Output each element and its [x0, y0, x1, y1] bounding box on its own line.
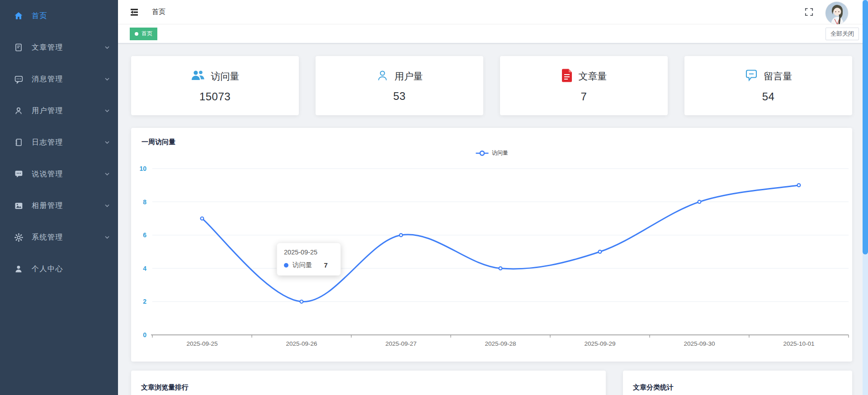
- panel-title: 文章分类统计: [633, 383, 843, 392]
- fold-icon: [129, 7, 139, 17]
- stat-value: 15073: [199, 90, 231, 103]
- sidebar-item-albums[interactable]: 相册管理: [0, 190, 118, 221]
- svg-text:10: 10: [139, 165, 146, 172]
- svg-text:2025-09-27: 2025-09-27: [385, 340, 416, 347]
- article-category-stats-panel: 文章分类统计: [623, 371, 852, 395]
- stat-value: 7: [581, 90, 587, 103]
- stat-label: 访问量: [211, 70, 240, 83]
- svg-text:2: 2: [143, 298, 146, 305]
- sidebar-item-label: 首页: [32, 11, 47, 21]
- stat-card-users[interactable]: 用户量 53: [316, 56, 483, 115]
- article-views-rank-panel: 文章浏览量排行: [131, 371, 606, 395]
- page-scrollbar-thumb[interactable]: [863, 0, 868, 254]
- sidebar-item-users[interactable]: 用户管理: [0, 95, 118, 127]
- svg-text:2025-10-01: 2025-10-01: [783, 340, 814, 347]
- svg-text:0: 0: [143, 331, 146, 339]
- user-avatar[interactable]: [826, 2, 848, 24]
- album-icon: [14, 201, 24, 211]
- stat-label: 用户量: [395, 70, 423, 83]
- fullscreen-icon[interactable]: [804, 7, 814, 17]
- users-icon: [376, 69, 389, 84]
- sidebar-item-talks[interactable]: 说说管理: [0, 158, 118, 190]
- tag-home[interactable]: 首页: [130, 28, 157, 40]
- chart-title: 一周访问量: [142, 138, 175, 146]
- chevron-down-icon: [104, 140, 110, 145]
- sidebar-fold-button[interactable]: [129, 7, 140, 18]
- stat-label: 留言量: [764, 70, 793, 83]
- top-navbar: 首页: [118, 0, 868, 24]
- sidebar-item-label: 用户管理: [32, 106, 63, 116]
- stat-card-comments[interactable]: 留言量 54: [684, 56, 852, 115]
- sidebar-item-label: 相册管理: [32, 201, 63, 211]
- sidebar-item-label: 说说管理: [32, 169, 63, 179]
- svg-text:8: 8: [143, 198, 146, 206]
- sidebar-item-label: 文章管理: [32, 43, 63, 52]
- stat-label: 文章量: [579, 70, 607, 83]
- talk-icon: [14, 169, 24, 179]
- close-all-tags-button[interactable]: 全部关闭: [826, 28, 859, 40]
- articles-icon: [561, 69, 573, 85]
- visitors-icon: [191, 69, 205, 85]
- stat-value: 53: [393, 90, 406, 103]
- stat-cards-row: 访问量 15073 用户量 53: [131, 56, 852, 115]
- svg-text:2025-09-29: 2025-09-29: [584, 340, 615, 347]
- stat-card-articles[interactable]: 文章量 7: [500, 56, 668, 115]
- gear-icon: [14, 232, 24, 242]
- sidebar-item-system[interactable]: 系统管理: [0, 221, 118, 253]
- chevron-down-icon: [104, 171, 110, 177]
- bottom-panels-row: 文章浏览量排行 文章分类统计: [131, 371, 852, 395]
- svg-text:4: 4: [143, 265, 146, 272]
- sidebar-item-home[interactable]: 首页: [0, 0, 118, 32]
- stat-card-visits[interactable]: 访问量 15073: [131, 56, 299, 115]
- main-area: 首页: [118, 0, 868, 395]
- panel-title: 文章浏览量排行: [141, 383, 597, 392]
- svg-text:2025-09-26: 2025-09-26: [286, 340, 317, 347]
- sidebar-item-messages[interactable]: 消息管理: [0, 63, 118, 95]
- breadcrumb[interactable]: 首页: [152, 8, 165, 16]
- chevron-down-icon: [104, 108, 110, 113]
- sidebar-item-articles[interactable]: 文章管理: [0, 32, 118, 63]
- active-tag-dot-icon: [135, 32, 138, 36]
- sidebar-item-label: 日志管理: [32, 138, 63, 147]
- article-icon: [14, 42, 24, 52]
- tag-label: 首页: [142, 30, 152, 38]
- chevron-down-icon: [104, 203, 110, 208]
- svg-text:2025-09-28: 2025-09-28: [485, 340, 516, 347]
- profile-icon: [14, 264, 24, 274]
- home-icon: [14, 11, 24, 21]
- svg-text:2025-09-30: 2025-09-30: [684, 340, 715, 347]
- topbar-right: [804, 0, 848, 24]
- sidebar-item-label: 个人中心: [32, 264, 63, 274]
- sidebar-item-label: 消息管理: [32, 75, 63, 84]
- chevron-down-icon: [104, 45, 110, 50]
- sidebar-item-label: 系统管理: [32, 233, 63, 242]
- page-scrollbar-track[interactable]: [863, 0, 868, 395]
- svg-text:6: 6: [143, 231, 146, 239]
- chevron-down-icon: [104, 76, 110, 82]
- comments-icon: [745, 69, 758, 85]
- weekly-visits-chart-card: 一周访问量 访问量 02468102025-09-252025-09-26202…: [131, 128, 852, 362]
- message-icon: [14, 74, 24, 84]
- user-icon: [14, 106, 24, 116]
- dashboard-content: 访问量 15073 用户量 53: [118, 43, 868, 395]
- tags-view-bar: 首页 全部关闭: [118, 24, 868, 43]
- stat-value: 54: [762, 90, 775, 103]
- sidebar-item-profile[interactable]: 个人中心: [0, 253, 118, 285]
- log-icon: [14, 137, 24, 147]
- line-chart-canvas: 02468102025-09-252025-09-262025-09-27202…: [131, 155, 852, 358]
- svg-text:2025-09-25: 2025-09-25: [186, 340, 217, 347]
- app-root: 首页 文章管理 消息管理 用户管理: [0, 0, 868, 395]
- sidebar: 首页 文章管理 消息管理 用户管理: [0, 0, 118, 395]
- sidebar-item-logs[interactable]: 日志管理: [0, 127, 118, 158]
- chevron-down-icon: [104, 235, 110, 240]
